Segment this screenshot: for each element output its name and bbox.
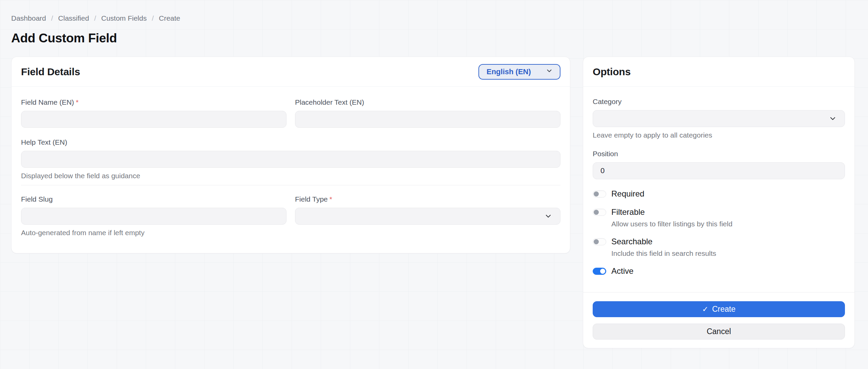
- required-toggle-label: Required: [611, 189, 644, 199]
- searchable-toggle-block: Searchable Include this field in search …: [593, 237, 845, 258]
- help-text-input[interactable]: [21, 151, 560, 168]
- toggle-knob: [594, 210, 599, 215]
- field-details-header: Field Details English (EN): [12, 57, 570, 87]
- active-toggle-block: Active: [593, 266, 845, 276]
- field-details-title: Field Details: [21, 66, 80, 78]
- placeholder-text-input[interactable]: [295, 111, 560, 128]
- category-select[interactable]: [593, 110, 845, 127]
- page-title: Add Custom Field: [11, 31, 855, 45]
- language-selector-label: English (EN): [487, 67, 531, 76]
- field-details-card: Field Details English (EN) Field Name (E…: [11, 57, 570, 253]
- category-select-value: [593, 110, 845, 127]
- help-text-label: Help Text (EN): [21, 138, 560, 146]
- category-helper: Leave empty to apply to all categories: [593, 131, 845, 139]
- searchable-helper: Include this field in search results: [611, 249, 845, 258]
- placeholder-text-label: Placeholder Text (EN): [295, 98, 560, 106]
- cancel-button[interactable]: Cancel: [593, 324, 845, 340]
- field-type-label: Field Type*: [295, 195, 560, 203]
- chevron-down-icon: [829, 115, 837, 123]
- field-slug-group: Field Slug Auto-generated from name if l…: [21, 195, 287, 237]
- category-group: Category Leave empty to apply to all cat…: [593, 98, 845, 139]
- options-footer: ✓ Create Cancel: [583, 292, 854, 348]
- help-text-helper: Displayed below the field as guidance: [21, 172, 560, 180]
- breadcrumb-separator: /: [152, 14, 154, 22]
- field-name-label: Field Name (EN)*: [21, 98, 287, 106]
- breadcrumb-separator: /: [51, 14, 53, 22]
- chevron-down-icon: [544, 212, 552, 220]
- toggle-knob: [594, 239, 599, 244]
- cancel-button-label: Cancel: [707, 327, 731, 336]
- breadcrumb-classified[interactable]: Classified: [58, 14, 89, 22]
- toggle-knob: [594, 191, 599, 197]
- options-body: Category Leave empty to apply to all cat…: [583, 87, 854, 276]
- required-toggle-row[interactable]: Required: [593, 189, 845, 199]
- create-button-label: Create: [712, 305, 735, 314]
- filterable-toggle[interactable]: [593, 209, 606, 216]
- field-name-input[interactable]: [21, 111, 287, 128]
- filterable-toggle-block: Filterable Allow users to filter listing…: [593, 207, 845, 228]
- check-icon: ✓: [702, 305, 708, 314]
- required-asterisk: *: [330, 195, 332, 203]
- filterable-toggle-row[interactable]: Filterable: [593, 207, 845, 217]
- field-type-select[interactable]: [295, 208, 560, 225]
- required-asterisk: *: [76, 98, 78, 106]
- field-slug-label: Field Slug: [21, 195, 287, 203]
- searchable-toggle-row[interactable]: Searchable: [593, 237, 845, 246]
- position-label: Position: [593, 150, 845, 158]
- required-toggle[interactable]: [593, 190, 606, 198]
- required-toggle-block: Required: [593, 189, 845, 199]
- active-toggle[interactable]: [593, 268, 606, 275]
- section-divider: [21, 185, 560, 185]
- field-name-group: Field Name (EN)*: [21, 98, 287, 128]
- position-group: Position: [593, 150, 845, 179]
- active-toggle-row[interactable]: Active: [593, 266, 845, 276]
- field-slug-helper: Auto-generated from name if left empty: [21, 229, 287, 237]
- filterable-toggle-label: Filterable: [611, 207, 645, 217]
- options-header: Options: [583, 57, 854, 87]
- help-text-group: Help Text (EN) Displayed below the field…: [21, 138, 560, 180]
- field-slug-input[interactable]: [21, 208, 287, 225]
- options-title: Options: [593, 66, 631, 78]
- breadcrumb-create[interactable]: Create: [159, 14, 180, 22]
- page: Dashboard / Classified / Custom Fields /…: [0, 0, 868, 348]
- active-toggle-label: Active: [611, 266, 633, 276]
- breadcrumb-separator: /: [94, 14, 96, 22]
- searchable-toggle-label: Searchable: [611, 237, 652, 246]
- options-card: Options Category Leave empty to apply to…: [583, 57, 855, 348]
- breadcrumb-dashboard[interactable]: Dashboard: [11, 14, 46, 22]
- toggle-knob: [600, 269, 605, 274]
- placeholder-text-group: Placeholder Text (EN): [295, 98, 560, 128]
- field-type-select-value: [295, 208, 560, 225]
- field-type-group: Field Type*: [295, 195, 560, 237]
- create-button[interactable]: ✓ Create: [593, 301, 845, 317]
- filterable-helper: Allow users to filter listings by this f…: [611, 220, 845, 228]
- breadcrumb-custom-fields[interactable]: Custom Fields: [101, 14, 146, 22]
- language-selector-button[interactable]: English (EN): [478, 64, 560, 80]
- toggles-list: Required Filterable Allow users to filte…: [593, 189, 845, 276]
- field-details-body: Field Name (EN)* Placeholder Text (EN) H…: [12, 87, 570, 245]
- category-label: Category: [593, 98, 845, 106]
- breadcrumb: Dashboard / Classified / Custom Fields /…: [11, 14, 855, 22]
- position-input[interactable]: [593, 162, 845, 179]
- chevron-down-icon: [546, 67, 553, 77]
- searchable-toggle[interactable]: [593, 238, 606, 245]
